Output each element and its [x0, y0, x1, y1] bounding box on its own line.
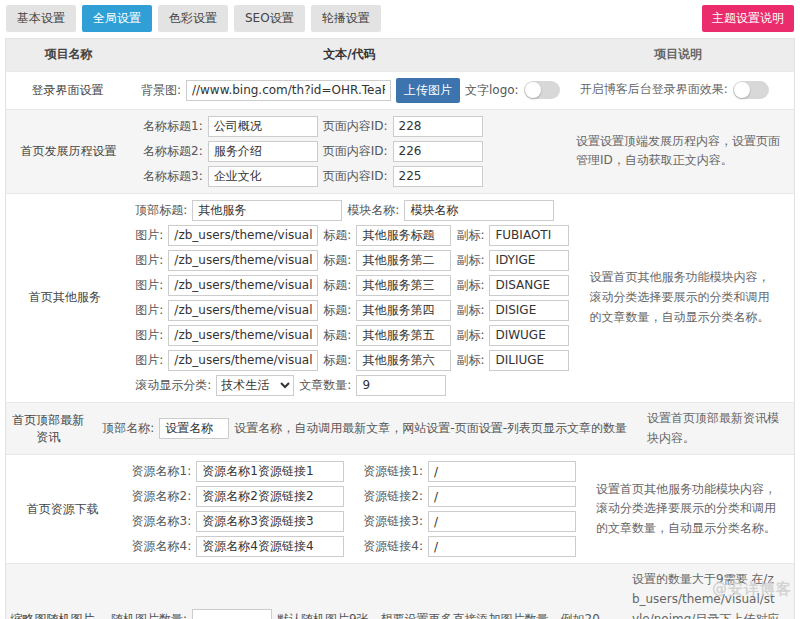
service-img-label-3: 图片: — [135, 277, 163, 294]
service-title-label-3: 标题: — [323, 277, 351, 294]
scroll-category-select[interactable]: 技术生活 — [216, 375, 294, 396]
history-id-label-1: 页面内容ID: — [323, 118, 388, 135]
history-id-input-2[interactable] — [393, 141, 483, 162]
table-header-row: 项目名称 文本/代码 项目说明 — [6, 39, 794, 72]
theme-settings-page: 基本设置 全局设置 色彩设置 SEO设置 轮播设置 主题设置说明 项目名称 文本… — [0, 0, 800, 619]
upload-image-button[interactable]: 上传图片 — [396, 78, 460, 103]
service-title-input-1[interactable] — [356, 225, 451, 246]
service-sub-input-4[interactable] — [489, 300, 569, 321]
res-link-input-3[interactable] — [428, 511, 576, 532]
history-title-label-3: 名称标题3: — [143, 168, 203, 185]
row-title: 首页其他服务 — [6, 194, 123, 402]
bg-image-input[interactable] — [186, 80, 391, 101]
service-img-label-4: 图片: — [135, 302, 163, 319]
login-effect-toggle[interactable] — [733, 81, 769, 99]
history-id-label-3: 页面内容ID: — [323, 168, 388, 185]
history-desc: 设置设置顶端发展历程内容，设置页面管理ID，自动获取正文内容。 — [576, 132, 780, 172]
news-hint: 设置名称，自动调用最新文章，网站设置-页面设置-列表页显示文章的数量 — [234, 420, 627, 437]
history-id-input-3[interactable] — [393, 166, 483, 187]
service-sub-label-6: 副标: — [456, 352, 484, 369]
res-name-label-2: 资源名称2: — [132, 488, 192, 505]
module-name-input[interactable] — [404, 200, 554, 221]
service-title-input-2[interactable] — [356, 250, 451, 271]
top-title-label: 顶部标题: — [135, 202, 187, 219]
res-name-input-1[interactable] — [196, 461, 344, 482]
login-effect-label: 开启博客后台登录界面效果: — [580, 80, 728, 100]
service-sub-label-1: 副标: — [456, 227, 484, 244]
row-history-settings: 首页发展历程设置 名称标题1: 页面内容ID: 名称标题2: 页面内容ID: 名… — [6, 110, 794, 194]
service-sub-label-2: 副标: — [456, 252, 484, 269]
tab-carousel-settings[interactable]: 轮播设置 — [311, 5, 381, 32]
service-title-input-3[interactable] — [356, 275, 451, 296]
theme-help-button[interactable]: 主题设置说明 — [702, 5, 794, 32]
service-sub-input-3[interactable] — [489, 275, 569, 296]
service-title-label-2: 标题: — [323, 252, 351, 269]
service-img-input-5[interactable] — [168, 325, 318, 346]
row-login-settings: 登录界面设置 背景图: 上传图片 文字logo: 开启博客后台登录界面效果: — [6, 72, 794, 110]
res-link-label-1: 资源链接1: — [363, 463, 423, 480]
header-text-code: 文本/代码 — [131, 39, 562, 71]
news-name-input[interactable] — [159, 418, 229, 439]
service-img-input-1[interactable] — [168, 225, 318, 246]
service-title-input-4[interactable] — [356, 300, 451, 321]
service-img-input-2[interactable] — [168, 250, 318, 271]
res-name-input-4[interactable] — [196, 536, 344, 557]
service-img-input-4[interactable] — [168, 300, 318, 321]
res-link-label-3: 资源链接3: — [363, 513, 423, 530]
res-name-input-2[interactable] — [196, 486, 344, 507]
service-img-label-2: 图片: — [135, 252, 163, 269]
text-logo-toggle[interactable] — [524, 81, 560, 99]
history-title-input-2[interactable] — [208, 141, 318, 162]
res-name-input-3[interactable] — [196, 511, 344, 532]
top-title-input[interactable] — [192, 200, 342, 221]
news-desc: 设置首页顶部最新资讯模块内容。 — [647, 409, 780, 449]
service-title-label-1: 标题: — [323, 227, 351, 244]
service-sub-input-2[interactable] — [489, 250, 569, 271]
service-sub-input-1[interactable] — [489, 225, 569, 246]
settings-table: 项目名称 文本/代码 项目说明 登录界面设置 背景图: 上传图片 文字logo:… — [5, 38, 795, 619]
service-img-label-5: 图片: — [135, 327, 163, 344]
service-title-label-6: 标题: — [323, 352, 351, 369]
service-img-input-3[interactable] — [168, 275, 318, 296]
res-link-input-4[interactable] — [428, 536, 576, 557]
text-logo-label: 文字logo: — [465, 82, 519, 99]
services-desc: 设置首页其他服务功能模块内容，滚动分类选择要展示的分类和调用的文章数量，自动显示… — [589, 268, 780, 327]
row-title: 首页顶部最新资讯 — [6, 403, 90, 455]
tab-basic-settings[interactable]: 基本设置 — [6, 5, 76, 32]
news-name-label: 顶部名称: — [102, 420, 154, 437]
res-link-input-1[interactable] — [428, 461, 576, 482]
tab-color-settings[interactable]: 色彩设置 — [158, 5, 228, 32]
service-title-input-6[interactable] — [356, 350, 451, 371]
service-title-input-5[interactable] — [356, 325, 451, 346]
article-count-label: 文章数量: — [299, 377, 351, 394]
res-link-label-4: 资源链接4: — [363, 538, 423, 555]
history-title-label-2: 名称标题2: — [143, 143, 203, 160]
tab-seo-settings[interactable]: SEO设置 — [234, 5, 305, 32]
history-title-input-3[interactable] — [208, 166, 318, 187]
module-name-label: 模块名称: — [347, 202, 399, 219]
row-random-thumbnails: 缩略图随机图片 随机图片数量: 默认随机图片9张，想要设置更多直接添加图片数量，… — [6, 564, 794, 619]
res-name-label-1: 资源名称1: — [132, 463, 192, 480]
history-id-input-1[interactable] — [393, 116, 483, 137]
res-link-input-2[interactable] — [428, 486, 576, 507]
res-name-label-4: 资源名称4: — [132, 538, 192, 555]
service-img-label-6: 图片: — [135, 352, 163, 369]
row-latest-news: 首页顶部最新资讯 顶部名称: 设置名称，自动调用最新文章，网站设置-页面设置-列… — [6, 403, 794, 456]
service-sub-label-3: 副标: — [456, 277, 484, 294]
tab-global-settings[interactable]: 全局设置 — [82, 5, 152, 32]
service-sub-input-5[interactable] — [489, 325, 569, 346]
thumbnail-desc: 设置的数量大于9需要 在/zb_users/theme/visual/style… — [632, 570, 780, 619]
row-other-services: 首页其他服务 顶部标题: 模块名称: 图片: 标题: 副标: 图片 — [6, 194, 794, 403]
downloads-desc: 设置首页其他服务功能模块内容，滚动分类选择要展示的分类和调用的文章数量，自动显示… — [596, 480, 780, 539]
history-id-label-2: 页面内容ID: — [323, 143, 388, 160]
random-count-input[interactable] — [192, 609, 272, 619]
history-title-label-1: 名称标题1: — [143, 118, 203, 135]
row-title: 登录界面设置 — [6, 72, 129, 109]
tab-bar: 基本设置 全局设置 色彩设置 SEO设置 轮播设置 主题设置说明 — [0, 0, 800, 38]
service-img-input-6[interactable] — [168, 350, 318, 371]
service-sub-label-5: 副标: — [456, 327, 484, 344]
history-title-input-1[interactable] — [208, 116, 318, 137]
service-sub-input-6[interactable] — [489, 350, 569, 371]
article-count-input[interactable] — [356, 375, 446, 396]
row-title: 首页资源下载 — [6, 455, 120, 563]
